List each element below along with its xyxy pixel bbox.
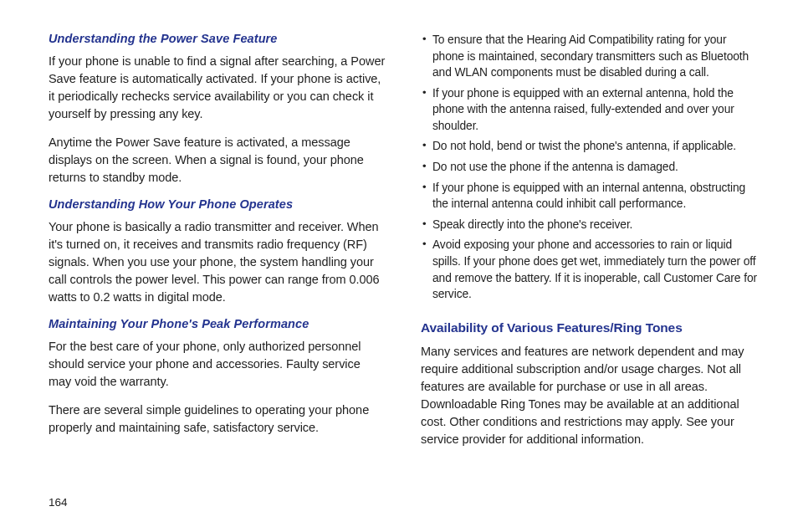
para: If your phone is unable to find a signal… xyxy=(49,53,386,123)
list-item: If your phone is equipped with an extern… xyxy=(421,85,758,135)
para: Your phone is basically a radio transmit… xyxy=(49,218,386,306)
list-item: Speak directly into the phone's receiver… xyxy=(421,217,758,233)
para: There are several simple guidelines to o… xyxy=(49,402,386,437)
right-column: To ensure that the Hearing Aid Compatibi… xyxy=(421,32,758,459)
page-content: Understanding the Power Save Feature If … xyxy=(0,0,798,468)
subhead-phone-operates: Understanding How Your Phone Operates xyxy=(49,197,386,211)
list-item: Do not hold, bend or twist the phone's a… xyxy=(421,138,758,155)
subhead-power-save: Understanding the Power Save Feature xyxy=(49,32,386,45)
list-item: To ensure that the Hearing Aid Compatibi… xyxy=(421,32,758,81)
page-number: 164 xyxy=(49,496,68,509)
para: Anytime the Power Save feature is activa… xyxy=(49,134,386,187)
list-item: If your phone is equipped with an intern… xyxy=(421,180,758,212)
list-item: Avoid exposing your phone and accessorie… xyxy=(421,237,758,302)
para: For the best care of your phone, only au… xyxy=(49,338,386,391)
left-column: Understanding the Power Save Feature If … xyxy=(49,32,386,459)
subhead-peak-performance: Maintaining Your Phone's Peak Performanc… xyxy=(49,317,386,330)
heading-availability: Availability of Various Features/Ring To… xyxy=(421,320,758,335)
para: Many services and features are network d… xyxy=(421,343,758,448)
guidelines-list: To ensure that the Hearing Aid Compatibi… xyxy=(421,32,758,307)
list-item: Do not use the phone if the antenna is d… xyxy=(421,159,758,176)
